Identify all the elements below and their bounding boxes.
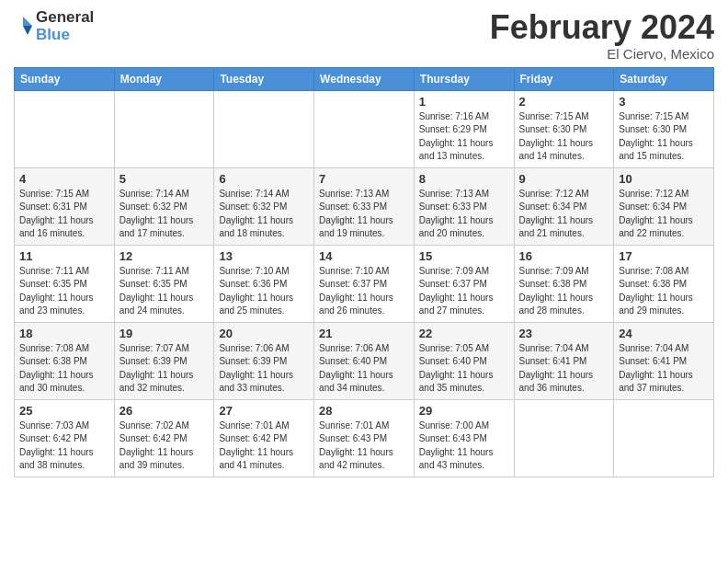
day-number: 12 (119, 249, 210, 263)
table-row: 22Sunrise: 7:05 AM Sunset: 6:40 PM Dayli… (414, 322, 514, 399)
day-detail: Sunrise: 7:12 AM Sunset: 6:34 PM Dayligh… (519, 188, 609, 241)
day-number: 26 (119, 404, 210, 418)
calendar-table: Sunday Monday Tuesday Wednesday Thursday… (14, 67, 714, 477)
table-row: 21Sunrise: 7:06 AM Sunset: 6:40 PM Dayli… (314, 322, 415, 399)
svg-marker-1 (23, 26, 32, 35)
day-number: 17 (619, 249, 709, 263)
header-tuesday: Tuesday (214, 67, 314, 90)
day-detail: Sunrise: 7:09 AM Sunset: 6:37 PM Dayligh… (419, 265, 509, 318)
header-sunday: Sunday (15, 67, 115, 90)
day-number: 20 (219, 327, 309, 340)
day-number: 3 (619, 95, 709, 109)
day-detail: Sunrise: 7:11 AM Sunset: 6:35 PM Dayligh… (19, 265, 109, 318)
day-detail: Sunrise: 7:16 AM Sunset: 6:29 PM Dayligh… (419, 110, 509, 164)
day-number: 15 (419, 249, 509, 263)
header-thursday: Thursday (414, 67, 514, 90)
day-detail: Sunrise: 7:12 AM Sunset: 6:34 PM Dayligh… (619, 188, 709, 241)
table-row: 14Sunrise: 7:10 AM Sunset: 6:37 PM Dayli… (314, 245, 415, 322)
table-row: 18Sunrise: 7:08 AM Sunset: 6:38 PM Dayli… (15, 322, 115, 399)
day-number: 19 (119, 327, 210, 340)
table-row: 9Sunrise: 7:12 AM Sunset: 6:34 PM Daylig… (514, 167, 614, 245)
title-month: February 2024 (490, 9, 714, 46)
day-detail: Sunrise: 7:01 AM Sunset: 6:42 PM Dayligh… (219, 419, 309, 473)
table-row: 1Sunrise: 7:16 AM Sunset: 6:29 PM Daylig… (414, 90, 514, 167)
day-number: 14 (319, 249, 409, 263)
table-row: 25Sunrise: 7:03 AM Sunset: 6:42 PM Dayli… (15, 399, 115, 477)
day-detail: Sunrise: 7:13 AM Sunset: 6:33 PM Dayligh… (319, 188, 409, 241)
day-number: 7 (319, 172, 409, 186)
day-number: 16 (519, 249, 609, 263)
day-detail: Sunrise: 7:01 AM Sunset: 6:43 PM Dayligh… (319, 419, 409, 473)
table-row: 28Sunrise: 7:01 AM Sunset: 6:43 PM Dayli… (314, 399, 415, 477)
header-wednesday: Wednesday (314, 67, 415, 90)
day-detail: Sunrise: 7:02 AM Sunset: 6:42 PM Dayligh… (119, 419, 210, 473)
day-number: 13 (219, 249, 309, 263)
table-row: 4Sunrise: 7:15 AM Sunset: 6:31 PM Daylig… (15, 167, 115, 245)
table-row (214, 90, 314, 167)
table-row: 19Sunrise: 7:07 AM Sunset: 6:39 PM Dayli… (114, 322, 214, 399)
day-number: 24 (619, 327, 709, 340)
table-row: 10Sunrise: 7:12 AM Sunset: 6:34 PM Dayli… (614, 167, 714, 245)
day-number: 10 (619, 172, 709, 186)
day-number: 21 (319, 327, 409, 340)
day-detail: Sunrise: 7:11 AM Sunset: 6:35 PM Dayligh… (119, 265, 210, 318)
day-detail: Sunrise: 7:07 AM Sunset: 6:39 PM Dayligh… (119, 342, 210, 396)
table-row: 26Sunrise: 7:02 AM Sunset: 6:42 PM Dayli… (114, 399, 214, 477)
day-number: 28 (319, 404, 409, 418)
day-number: 1 (419, 95, 509, 109)
day-detail: Sunrise: 7:06 AM Sunset: 6:39 PM Dayligh… (219, 342, 309, 396)
header-saturday: Saturday (614, 67, 714, 90)
table-row: 15Sunrise: 7:09 AM Sunset: 6:37 PM Dayli… (414, 245, 514, 322)
day-number: 29 (419, 404, 509, 418)
day-number: 9 (519, 172, 609, 186)
day-detail: Sunrise: 7:10 AM Sunset: 6:37 PM Dayligh… (319, 265, 409, 318)
title-location: El Ciervo, Mexico (490, 46, 714, 62)
table-row: 3Sunrise: 7:15 AM Sunset: 6:30 PM Daylig… (614, 90, 714, 167)
day-detail: Sunrise: 7:15 AM Sunset: 6:30 PM Dayligh… (519, 110, 609, 164)
day-number: 18 (19, 327, 109, 340)
day-detail: Sunrise: 7:08 AM Sunset: 6:38 PM Dayligh… (19, 342, 109, 396)
day-number: 25 (19, 404, 109, 418)
day-detail: Sunrise: 7:08 AM Sunset: 6:38 PM Dayligh… (619, 265, 709, 318)
day-detail: Sunrise: 7:03 AM Sunset: 6:42 PM Dayligh… (19, 419, 109, 473)
svg-marker-0 (23, 17, 32, 26)
calendar-week-row: 25Sunrise: 7:03 AM Sunset: 6:42 PM Dayli… (15, 399, 714, 477)
day-detail: Sunrise: 7:09 AM Sunset: 6:38 PM Dayligh… (519, 265, 609, 318)
table-row: 8Sunrise: 7:13 AM Sunset: 6:33 PM Daylig… (414, 167, 514, 245)
day-detail: Sunrise: 7:14 AM Sunset: 6:32 PM Dayligh… (119, 188, 210, 241)
header-friday: Friday (514, 67, 614, 90)
day-number: 8 (419, 172, 509, 186)
day-number: 27 (219, 404, 309, 418)
title-block: February 2024 El Ciervo, Mexico (490, 9, 714, 62)
day-detail: Sunrise: 7:15 AM Sunset: 6:30 PM Dayligh… (619, 110, 709, 164)
table-row: 12Sunrise: 7:11 AM Sunset: 6:35 PM Dayli… (114, 245, 214, 322)
logo-chevron-icon (14, 17, 32, 37)
header: General Blue February 2024 El Ciervo, Me… (14, 9, 714, 62)
calendar-week-row: 4Sunrise: 7:15 AM Sunset: 6:31 PM Daylig… (15, 167, 714, 245)
table-row: 24Sunrise: 7:04 AM Sunset: 6:41 PM Dayli… (614, 322, 714, 399)
day-detail: Sunrise: 7:15 AM Sunset: 6:31 PM Dayligh… (19, 188, 109, 241)
day-number: 23 (519, 327, 609, 340)
day-detail: Sunrise: 7:14 AM Sunset: 6:32 PM Dayligh… (219, 188, 309, 241)
table-row: 5Sunrise: 7:14 AM Sunset: 6:32 PM Daylig… (114, 167, 214, 245)
calendar-week-row: 18Sunrise: 7:08 AM Sunset: 6:38 PM Dayli… (15, 322, 714, 399)
day-number: 6 (219, 172, 309, 186)
calendar-header-row: Sunday Monday Tuesday Wednesday Thursday… (15, 67, 714, 90)
day-detail: Sunrise: 7:13 AM Sunset: 6:33 PM Dayligh… (419, 188, 509, 241)
table-row (114, 90, 214, 167)
table-row (514, 399, 614, 477)
table-row: 16Sunrise: 7:09 AM Sunset: 6:38 PM Dayli… (514, 245, 614, 322)
day-detail: Sunrise: 7:10 AM Sunset: 6:36 PM Dayligh… (219, 265, 309, 318)
logo: General Blue (14, 9, 94, 43)
day-detail: Sunrise: 7:04 AM Sunset: 6:41 PM Dayligh… (519, 342, 609, 396)
day-number: 11 (19, 249, 109, 263)
day-detail: Sunrise: 7:00 AM Sunset: 6:43 PM Dayligh… (419, 419, 509, 473)
table-row: 13Sunrise: 7:10 AM Sunset: 6:36 PM Dayli… (214, 245, 314, 322)
logo-general-text: General (36, 8, 94, 26)
day-number: 22 (419, 327, 509, 340)
day-detail: Sunrise: 7:05 AM Sunset: 6:40 PM Dayligh… (419, 342, 509, 396)
calendar-week-row: 11Sunrise: 7:11 AM Sunset: 6:35 PM Dayli… (15, 245, 714, 322)
table-row: 17Sunrise: 7:08 AM Sunset: 6:38 PM Dayli… (614, 245, 714, 322)
day-detail: Sunrise: 7:06 AM Sunset: 6:40 PM Dayligh… (319, 342, 409, 396)
table-row: 6Sunrise: 7:14 AM Sunset: 6:32 PM Daylig… (214, 167, 314, 245)
